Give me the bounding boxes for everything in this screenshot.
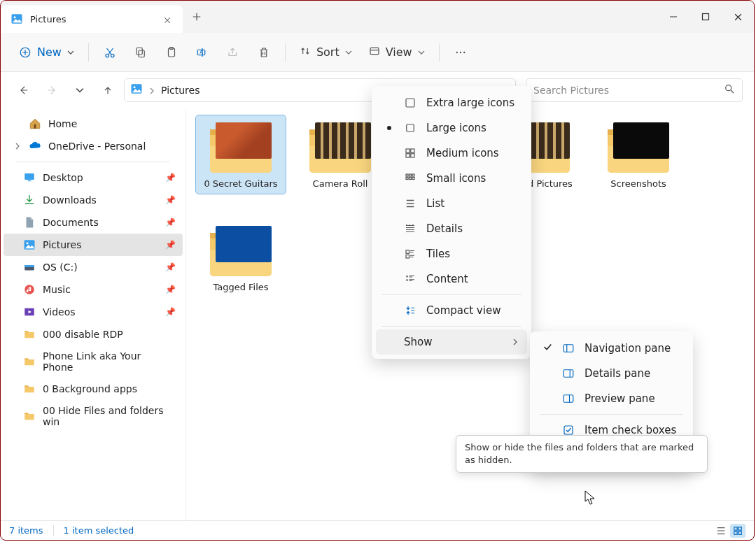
svg-point-23	[27, 242, 29, 244]
sidebar-item-label: 0 Background apps	[43, 383, 137, 394]
svg-point-13	[456, 51, 457, 52]
window-controls	[657, 1, 754, 33]
sidebar-item-pictures[interactable]: Pictures📌	[4, 234, 183, 256]
back-button[interactable]	[12, 78, 36, 102]
sidebar-item-videos[interactable]: Videos📌	[4, 301, 183, 323]
details-view-button[interactable]	[713, 524, 729, 538]
svg-rect-40	[412, 174, 414, 176]
recent-button[interactable]	[68, 78, 92, 102]
menu-item-label: Medium icons	[426, 147, 499, 159]
search-box[interactable]	[526, 78, 743, 102]
icons-view-button[interactable]	[730, 524, 746, 538]
menu-item-view-medium-icons[interactable]: Medium icons	[376, 141, 527, 166]
svg-rect-30	[734, 531, 737, 534]
svg-rect-19	[34, 124, 36, 129]
sidebar-item-music[interactable]: Music📌	[4, 278, 183, 301]
svg-rect-36	[406, 154, 410, 157]
svg-rect-48	[564, 345, 573, 352]
videos-icon	[23, 306, 36, 318]
delete-button[interactable]	[250, 40, 278, 65]
close-button[interactable]	[722, 1, 754, 33]
share-button[interactable]	[219, 40, 247, 65]
svg-rect-21	[28, 180, 31, 182]
menu-item-label: Preview pane	[584, 392, 655, 405]
sidebar-item-folder[interactable]: 00 Hide Files and folders win	[4, 400, 183, 432]
menu-item-show[interactable]: Show	[376, 329, 527, 355]
sort-icon	[300, 45, 311, 59]
menu-item-view-list[interactable]: List	[376, 191, 527, 216]
view-size-icon	[404, 97, 416, 109]
sidebar-item-label: Videos	[43, 306, 76, 318]
more-button[interactable]	[447, 40, 475, 65]
sort-button[interactable]: Sort	[293, 41, 359, 64]
sidebar-item-home[interactable]: Home	[4, 113, 183, 135]
item-label: Screenshots	[610, 178, 666, 190]
sidebar-item-label: OS (C:)	[43, 262, 78, 273]
sidebar-item-folder[interactable]: 0 Background apps	[4, 378, 183, 400]
svg-rect-50	[564, 395, 573, 403]
folder-icon	[603, 120, 673, 174]
menu-item-view-content[interactable]: Content	[376, 266, 527, 292]
music-icon	[23, 283, 36, 296]
menu-item-view-small-icons[interactable]: Small icons	[376, 166, 527, 191]
chevron-right-icon[interactable]	[13, 143, 22, 150]
menu-item-navigation-pane[interactable]: Navigation pane	[534, 336, 689, 361]
pin-icon: 📌	[165, 285, 176, 294]
view-size-icon	[404, 197, 416, 210]
svg-rect-31	[738, 531, 741, 534]
maximize-button[interactable]	[690, 1, 722, 33]
command-bar: New A Sort View	[1, 33, 754, 72]
sidebar-item-downloads[interactable]: Downloads📌	[4, 189, 183, 211]
folder-item[interactable]: Screenshots	[594, 115, 683, 194]
up-button[interactable]	[96, 78, 120, 102]
svg-text:A: A	[200, 50, 203, 55]
window-tab[interactable]: Pictures	[1, 5, 183, 33]
sidebar-item-documents[interactable]: Documents📌	[4, 211, 183, 234]
menu-item-compact-view[interactable]: Compact view	[376, 298, 527, 323]
folder-icon	[206, 120, 276, 174]
forward-button[interactable]	[40, 78, 64, 102]
cut-button[interactable]	[96, 40, 124, 65]
svg-rect-28	[734, 527, 737, 529]
svg-rect-39	[410, 174, 412, 176]
paste-button[interactable]	[158, 40, 186, 65]
search-input[interactable]	[533, 85, 724, 96]
svg-rect-41	[406, 178, 408, 180]
sidebar-item-os-c-[interactable]: OS (C:)📌	[4, 256, 183, 278]
sidebar-item-desktop[interactable]: Desktop📌	[4, 166, 183, 189]
chevron-right-icon[interactable]	[148, 84, 155, 97]
search-icon[interactable]	[724, 83, 735, 97]
svg-rect-2	[703, 14, 709, 20]
tab-close-button[interactable]	[163, 14, 173, 24]
menu-item-view-extra-large-icons[interactable]: Extra large icons	[376, 90, 527, 115]
svg-rect-32	[406, 99, 414, 107]
status-bar: 7 items 1 item selected	[1, 520, 754, 540]
folder-item[interactable]: 0 Secret Guitars	[196, 115, 286, 194]
menu-item-label: Large icons	[426, 122, 486, 134]
svg-rect-20	[24, 173, 34, 180]
menu-item-label: Extra large icons	[426, 97, 514, 109]
menu-item-details-pane[interactable]: Details pane	[534, 361, 689, 386]
menu-item-view-details[interactable]: Details	[376, 216, 527, 241]
folder-icon	[23, 355, 36, 368]
item-label: Camera Roll	[313, 178, 368, 190]
rename-button[interactable]: A	[188, 40, 216, 65]
menu-item-label: Details pane	[584, 367, 650, 380]
sidebar-item-folder[interactable]: Phone Link aka Your Phone	[4, 345, 183, 378]
sidebar-item-folder[interactable]: 000 disable RDP	[4, 323, 183, 345]
copy-button[interactable]	[127, 40, 155, 65]
pin-icon: 📌	[165, 195, 176, 205]
menu-item-view-tiles[interactable]: Tiles	[376, 241, 527, 266]
new-tab-button[interactable]	[183, 1, 211, 33]
minimize-button[interactable]	[657, 1, 690, 33]
menu-item-label: List	[426, 197, 444, 210]
svg-rect-29	[738, 527, 741, 529]
folder-item[interactable]: Tagged Files	[196, 219, 286, 297]
menu-item-preview-pane[interactable]: Preview pane	[534, 386, 689, 411]
view-button[interactable]: View	[362, 41, 432, 64]
breadcrumb-current[interactable]: Pictures	[161, 85, 200, 96]
item-label: 0 Secret Guitars	[204, 178, 277, 190]
new-button[interactable]: New	[12, 41, 81, 63]
menu-item-view-large-icons[interactable]: Large icons	[376, 115, 527, 141]
sidebar-item-onedrive[interactable]: OneDrive - Personal	[4, 135, 183, 157]
